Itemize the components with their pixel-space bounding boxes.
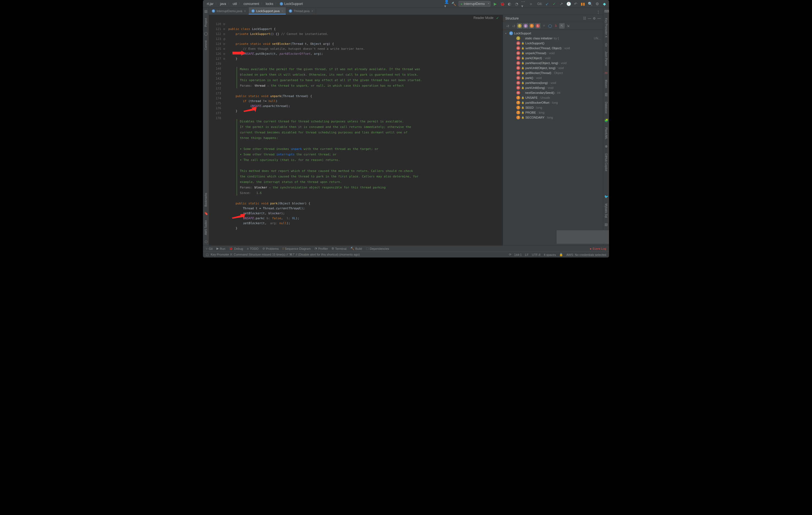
tree-item[interactable]: f🔒SECONDARY: long — [503, 115, 603, 120]
git-push-icon[interactable]: ↗ — [559, 1, 564, 6]
reader-mode-icon[interactable]: ✓ — [495, 16, 500, 20]
debug-icon[interactable]: 🐞 — [500, 1, 505, 6]
show-inherited-icon[interactable]: f — [529, 23, 534, 29]
editor-tab[interactable]: C InterruptDemo.java × — [209, 7, 249, 15]
reader-mode-label[interactable]: Reader Mode — [473, 16, 493, 20]
minimize-icon[interactable]: — — [588, 17, 591, 20]
code-editor[interactable]: 120 121 122 123 124 125 126 127 139 140 … — [209, 21, 503, 246]
aws-status[interactable]: AWS: No credentials selected — [567, 253, 606, 256]
sort-alpha-icon[interactable]: ↓z — [505, 23, 510, 29]
sequence-tool[interactable]: ⫱ Sequence Diagram — [283, 247, 311, 250]
deps-tool[interactable]: ⬚ Dependencies — [366, 247, 389, 250]
sort-visibility-icon[interactable]: ↓z — [511, 23, 516, 29]
todo-tool[interactable]: ≡ TODO — [247, 247, 259, 250]
tree-item[interactable]: m🔒parkUntil(long): void — [503, 85, 603, 90]
mybatis-icon[interactable]: 🐦 — [604, 195, 608, 199]
git-rollback-icon[interactable]: ↶ — [573, 1, 578, 6]
copilot-tool[interactable]: GitHub Copilot — [605, 152, 608, 172]
commit-tool-icon[interactable]: ◯ — [204, 32, 208, 35]
tree-item[interactable]: f🔒PROBE: long — [503, 110, 603, 115]
structure-tool[interactable]: Structure — [556, 230, 609, 244]
autoscroll-icon[interactable]: ⇱ — [559, 23, 565, 29]
breadcrumb-item[interactable]: util — [231, 1, 238, 6]
user-icon[interactable]: 👤▾ — [444, 1, 449, 6]
tree-item[interactable]: f🔒UNSAFE: Unsafe — [503, 95, 603, 100]
tree-item[interactable]: m🔒LockSupport() — [503, 41, 603, 46]
debug-tool[interactable]: 🐞 Debug — [229, 247, 243, 250]
tree-item[interactable]: m🔒parkUntil(Object, long): void — [503, 65, 603, 70]
more-run-icon[interactable]: ⋯▾ — [521, 1, 526, 6]
structure-options-icon[interactable]: ☷ — [583, 17, 586, 20]
git-update-icon[interactable]: ↙ — [545, 1, 550, 6]
breadcrumb-item[interactable]: rt.jar — [205, 1, 215, 6]
show-fields-icon[interactable]: f — [517, 23, 522, 29]
structure-icon[interactable]: ▤ — [604, 223, 608, 226]
tree-item[interactable]: f🔒SEED: long — [503, 105, 603, 110]
maven-tool[interactable]: Maven — [605, 79, 608, 89]
tree-item[interactable]: m🔒park(): void — [503, 76, 603, 80]
json-parser-icon[interactable]: {} — [604, 42, 608, 47]
hide-icon[interactable]: — — [598, 17, 601, 20]
editor-tab[interactable]: C LockSupport.java × — [249, 7, 286, 15]
copilot-icon[interactable]: ⊗ — [604, 144, 608, 148]
status-square-icon[interactable]: ▢ — [206, 253, 208, 256]
plantuml-icon[interactable]: 🧩 — [604, 119, 608, 122]
profile-icon[interactable]: ◔ — [514, 1, 519, 6]
search-icon[interactable]: 🔍 — [587, 1, 592, 6]
gear-icon[interactable]: ⚙ — [593, 17, 596, 20]
stop-icon[interactable]: ■ — [528, 1, 533, 6]
bookmarks-tool[interactable]: Bookmarks — [204, 192, 207, 208]
expand-icon[interactable]: ⇲ — [565, 23, 571, 29]
database-tool[interactable]: Database — [605, 101, 608, 115]
encoding[interactable]: UTF-8 — [532, 253, 541, 256]
show-interface-icon[interactable]: ◯ — [547, 23, 553, 29]
key-promoter-tool[interactable]: Key Promoter X — [605, 17, 608, 39]
code-area[interactable]: public class LockSupport { private LockS… — [227, 21, 503, 246]
status-refresh-icon[interactable]: ⟳ — [509, 253, 511, 256]
database-icon[interactable]: 🗄 — [604, 93, 608, 97]
run-tool[interactable]: ▶ Run — [216, 247, 225, 250]
build-icon[interactable]: 🔨 — [452, 1, 456, 6]
tabs-more-icon[interactable]: ⋮ — [596, 10, 601, 15]
editor-tab[interactable]: C Thread.java × — [286, 7, 316, 15]
aws-tool[interactable]: AWS Toolkit — [204, 219, 207, 236]
structure-tree[interactable]: ▾ C LockSupport istatic class initialize… — [503, 30, 603, 246]
close-icon[interactable]: × — [244, 10, 246, 13]
json-parser-tool[interactable]: Json Parser — [605, 50, 608, 67]
plantuml-tool[interactable]: PlantUML — [605, 126, 608, 141]
fold-gutter[interactable]: ⊟ ⊟ ⊟ @ ⊟ ⊟ ⊟ ⊟ — [223, 21, 227, 246]
breadcrumb-item[interactable]: concurrent — [242, 1, 261, 6]
tree-item[interactable]: m🔒getBlocker(Thread): Object — [503, 70, 603, 76]
mybatis-tool[interactable]: Mybatis Sql — [605, 202, 608, 219]
problems-tool[interactable]: ⊘ Problems — [262, 247, 279, 250]
tree-item[interactable]: istatic class initializertry {UN... — [503, 36, 603, 41]
tree-item[interactable]: f🔒parkBlockerOffset: long — [503, 100, 603, 105]
bookmarks-icon[interactable]: 🔖 — [204, 211, 208, 216]
indent[interactable]: 4 spaces — [544, 253, 556, 256]
project-tool-icon[interactable]: ▤ — [204, 9, 208, 13]
event-log[interactable]: ● Event Log — [590, 247, 606, 250]
tree-root[interactable]: ▾ C LockSupport — [503, 31, 603, 36]
aws-icon[interactable]: ⬡ — [204, 240, 208, 244]
tree-item[interactable]: m🔒park(Object): void — [503, 56, 603, 60]
terminal-tool[interactable]: ⧉ Terminal — [332, 247, 347, 250]
coverage-icon[interactable]: ◐ — [507, 1, 512, 6]
cursor-position[interactable]: 144:1 — [514, 253, 522, 256]
settings-icon[interactable]: ⚙ — [595, 1, 600, 6]
run-config-select[interactable]: ▸InterruptDemo — [459, 1, 491, 7]
tree-item[interactable]: m🔒unpark(Thread): void — [503, 51, 603, 56]
commit-tool[interactable]: Commit — [204, 39, 207, 51]
close-icon[interactable]: × — [281, 10, 283, 13]
git-tool[interactable]: ⑂ Git — [206, 247, 213, 250]
git-history-icon[interactable]: 🕘 — [566, 1, 571, 6]
maven-icon[interactable]: m — [604, 71, 608, 75]
close-icon[interactable]: × — [311, 10, 313, 13]
breadcrumb-item[interactable]: java — [219, 1, 228, 6]
ide-icon[interactable]: ◆ — [602, 1, 607, 6]
breadcrumb-item[interactable]: CLockSupport — [278, 1, 304, 6]
show-lambdas-icon[interactable]: λ — [535, 23, 541, 29]
show-anon-icon[interactable]: ⑂ — [541, 23, 547, 29]
line-sep[interactable]: LF — [525, 253, 529, 256]
key-promoter-icon[interactable]: ⌨ — [604, 9, 608, 13]
readonly-icon[interactable]: 🔒 — [559, 253, 563, 256]
